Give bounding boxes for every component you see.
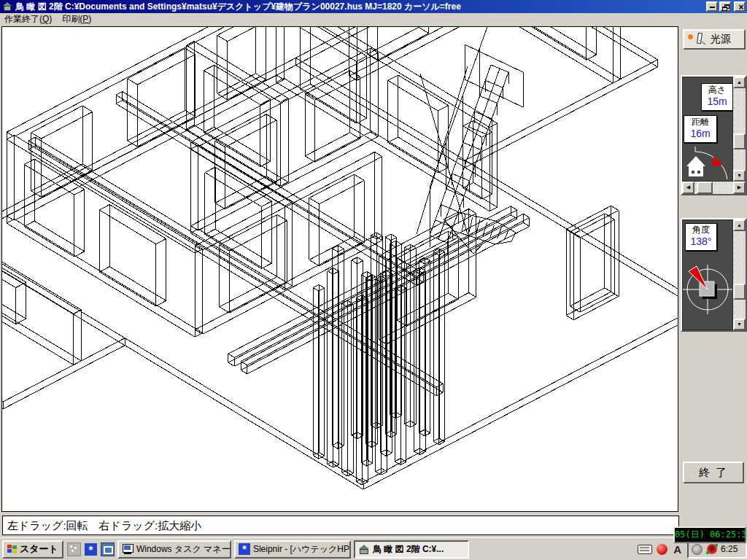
light-pen-icon [694, 32, 705, 47]
up-arrow-icon: ▲ [737, 222, 742, 228]
monitor-icon [122, 544, 133, 554]
show-desktop-icon[interactable] [67, 542, 81, 556]
light-dot-icon [688, 34, 693, 39]
angle-label: 角度 [686, 224, 716, 236]
vertical-scrollbar-thumb[interactable] [733, 133, 746, 149]
distance-label: 距離 [684, 116, 716, 128]
taskbar: スタート * Windows タスク マネージャ * Sleipnir - [ハ… [0, 537, 747, 560]
distance-value: 16m [684, 128, 716, 139]
height-label: 高さ [702, 84, 732, 96]
house-elevation-icon [684, 144, 732, 181]
down-arrow-icon: ▼ [737, 173, 742, 178]
compass-icon [683, 258, 732, 321]
keyboard-icon[interactable] [638, 545, 652, 554]
menu-item-print[interactable]: 印刷(P) [58, 12, 97, 26]
height-value: 15m [702, 96, 732, 107]
sleipnir-icon: * [239, 543, 250, 555]
menu-item-exit[interactable]: 作業終了(Q) [0, 12, 58, 26]
windows-logo-icon [7, 545, 18, 553]
angle-scroll-down-button[interactable]: ▼ [733, 319, 746, 330]
browser-quicklaunch-icon[interactable] [101, 542, 115, 556]
left-arrow-icon: ◀ [686, 184, 690, 190]
red-ball-tray-icon[interactable] [657, 544, 667, 555]
angle-arrow [689, 266, 708, 289]
window-title: 鳥 瞰 図 2階 C:¥Documents and Settings¥matsu… [15, 1, 705, 13]
task-button-birdview-active[interactable]: 鳥 瞰 図 2階 C:¥... [354, 540, 469, 559]
minimize-button[interactable] [706, 1, 718, 12]
flower-tray-icon[interactable] [707, 544, 717, 554]
status-bar: 左ドラッグ:回転 右ドラッグ:拡大縮小 [2, 516, 679, 535]
light-source-button[interactable]: 光源 [683, 29, 746, 50]
restore-button[interactable] [719, 1, 731, 12]
close-button[interactable]: × [734, 1, 746, 12]
height-box: 高さ 15m [701, 83, 733, 111]
angle-scrollbar-thumb[interactable] [733, 284, 746, 300]
exit-button[interactable]: 終了 [683, 462, 744, 483]
minimize-icon [710, 7, 715, 8]
volume-icon[interactable] [692, 544, 703, 555]
vertical-scrollbar-track[interactable] [733, 88, 746, 170]
status-text: 左ドラッグ:回転 右ドラッグ:拡大縮小 [7, 519, 201, 532]
angle-box: 角度 138° [685, 223, 717, 251]
angle-scroll-up-button[interactable]: ▲ [733, 219, 746, 231]
sleipnir-quicklaunch-icon[interactable]: * [85, 543, 97, 556]
desktop-clock: 05(日) 06:25:36 [673, 526, 746, 543]
view-angle-canvas[interactable]: 角度 138° [682, 219, 733, 330]
app-icon [2, 2, 12, 11]
close-icon: × [735, 3, 747, 13]
task-button-sleipnir[interactable]: * Sleipnir - [ハウテックHP] [234, 540, 351, 559]
birdview-app-icon [358, 545, 370, 554]
tray-clock[interactable]: 6:25 [721, 544, 738, 554]
view-position-canvas[interactable]: 高さ 15m 距離 16m [682, 77, 733, 182]
distance-box: 距離 16m [684, 115, 717, 143]
view-angle-panel: 角度 138° ▲ ▼ [681, 218, 747, 332]
desktop: { "window": { "title": "鳥 瞰 図 2階 C:¥Docu… [0, 0, 747, 560]
building-wireframe [2, 27, 678, 511]
wireframe-viewport[interactable] [1, 26, 678, 512]
up-arrow-icon: ▲ [737, 79, 742, 85]
task-button-taskmanager[interactable]: Windows タスク マネージャ [117, 540, 231, 559]
menu-bar: 作業終了(Q) 印刷(P) [0, 13, 747, 26]
scroll-down-button[interactable]: ▼ [733, 170, 746, 182]
angle-value: 138° [686, 236, 716, 247]
light-source-label: 光源 [711, 33, 731, 46]
scroll-left-button[interactable]: ◀ [682, 182, 694, 194]
scroll-up-button[interactable]: ▲ [733, 77, 746, 88]
title-bar[interactable]: 鳥 瞰 図 2階 C:¥Documents and Settings¥matsu… [0, 0, 747, 13]
down-arrow-icon: ▼ [737, 322, 742, 327]
start-button[interactable]: スタート [2, 540, 63, 559]
angle-scrollbar-track[interactable] [733, 231, 746, 319]
right-arrow-icon: ▶ [738, 184, 741, 190]
horizontal-scrollbar-thumb[interactable] [697, 182, 713, 194]
view-position-panel: 高さ 15m 距離 16m ▲ ▼ ◀ ▶ [681, 75, 747, 195]
scroll-right-button[interactable]: ▶ [733, 182, 746, 194]
ime-indicator[interactable]: A [673, 543, 681, 556]
